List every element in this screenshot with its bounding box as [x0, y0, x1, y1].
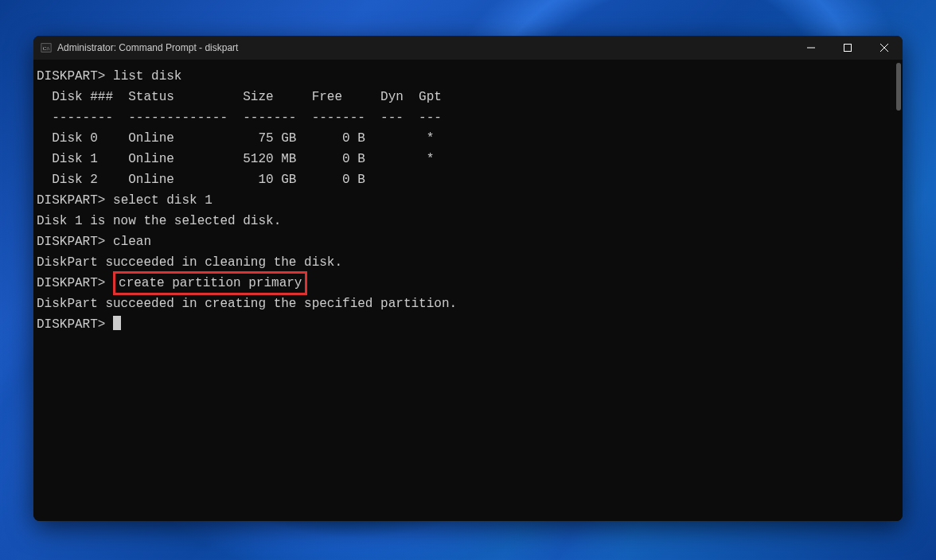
- svg-rect-3: [844, 45, 852, 52]
- terminal-output[interactable]: DISKPART> list disk Disk ### Status Size…: [33, 60, 903, 521]
- cmd-icon: C:\: [40, 41, 53, 54]
- disk-row-2: Disk 2 Online 10 GB 0 B: [37, 169, 899, 190]
- prompt: DISKPART>: [37, 69, 105, 84]
- disk-row-1: Disk 1 Online 5120 MB 0 B *: [37, 149, 899, 169]
- prompt: DISKPART>: [37, 317, 105, 332]
- prompt: DISKPART>: [37, 235, 105, 249]
- msg-create-success: DiskPart succeeded in creating the speci…: [37, 294, 899, 314]
- command-list-disk: list disk: [113, 69, 181, 84]
- command-create-partition: create partition primary: [119, 276, 302, 290]
- disk-table-header: Disk ### Status Size Free Dyn Gpt: [37, 87, 899, 107]
- command-select-disk: select disk 1: [113, 193, 213, 208]
- highlighted-command: create partition primary: [113, 271, 307, 295]
- command-prompt-window: C:\ Administrator: Command Prompt - disk…: [33, 36, 903, 521]
- cursor: [113, 316, 121, 330]
- maximize-button[interactable]: [829, 36, 866, 60]
- titlebar[interactable]: C:\ Administrator: Command Prompt - disk…: [33, 36, 903, 60]
- minimize-button[interactable]: [793, 36, 829, 60]
- svg-text:C:\: C:\: [43, 45, 50, 52]
- disk-row-0: Disk 0 Online 75 GB 0 B *: [37, 128, 899, 149]
- disk-table-divider: -------- ------------- ------- ------- -…: [37, 107, 899, 128]
- msg-disk-selected: Disk 1 is now the selected disk.: [37, 211, 899, 231]
- msg-clean-success: DiskPart succeeded in cleaning the disk.: [37, 252, 899, 273]
- close-button[interactable]: [866, 36, 903, 60]
- prompt: DISKPART>: [37, 193, 105, 208]
- command-clean: clean: [113, 235, 151, 249]
- window-controls: [793, 36, 903, 60]
- prompt: DISKPART>: [37, 276, 105, 290]
- window-title: Administrator: Command Prompt - diskpart: [57, 42, 238, 53]
- scrollbar-thumb[interactable]: [896, 63, 901, 111]
